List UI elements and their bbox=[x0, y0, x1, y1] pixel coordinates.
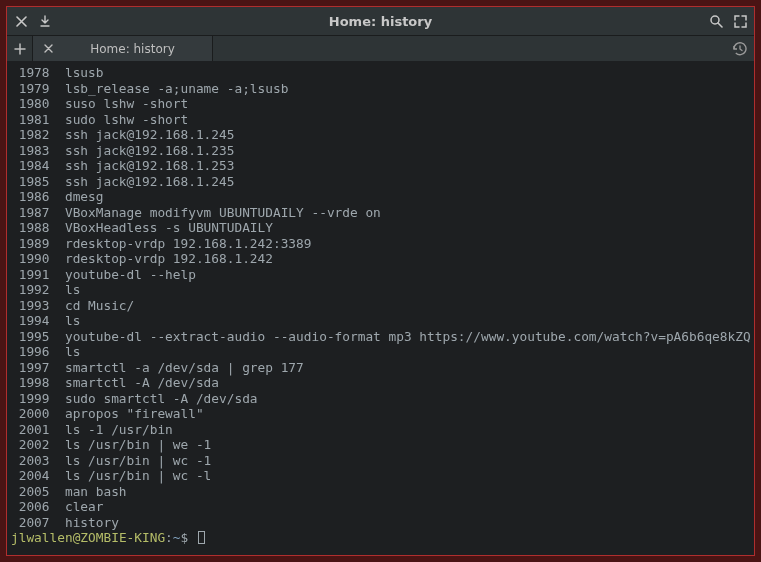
history-line: 2004 ls /usr/bin | wc -l bbox=[11, 468, 748, 484]
history-line: 1988 VBoxHeadless -s UBUNTUDAILY bbox=[11, 220, 748, 236]
terminal-viewport[interactable]: 1978 lsusb 1979 lsb_release -a;uname -a;… bbox=[7, 61, 754, 555]
history-line: 1982 ssh jack@192.168.1.245 bbox=[11, 127, 748, 143]
prompt-line[interactable]: jlwallen@ZOMBIE-KING:~$ bbox=[11, 530, 748, 546]
history-line: 1989 rdesktop-vrdp 192.168.1.242:3389 bbox=[11, 236, 748, 252]
history-line: 1985 ssh jack@192.168.1.245 bbox=[11, 174, 748, 190]
history-line: 1996 ls bbox=[11, 344, 748, 360]
history-line: 1995 youtube-dl --extract-audio --audio-… bbox=[11, 329, 748, 345]
search-icon[interactable] bbox=[708, 13, 724, 29]
history-line: 1992 ls bbox=[11, 282, 748, 298]
history-line: 1998 smartctl -A /dev/sda bbox=[11, 375, 748, 391]
history-line: 1981 sudo lshw -short bbox=[11, 112, 748, 128]
history-line: 2001 ls -1 /usr/bin bbox=[11, 422, 748, 438]
history-line: 2002 ls /usr/bin | we -1 bbox=[11, 437, 748, 453]
titlebar: Home: history bbox=[7, 7, 754, 35]
history-line: 1980 suso lshw -short bbox=[11, 96, 748, 112]
new-tab-button[interactable] bbox=[7, 36, 33, 61]
cursor-block bbox=[198, 531, 205, 544]
history-line: 1994 ls bbox=[11, 313, 748, 329]
history-line: 1986 dmesg bbox=[11, 189, 748, 205]
history-line: 1991 youtube-dl --help bbox=[11, 267, 748, 283]
history-line: 1979 lsb_release -a;uname -a;lsusb bbox=[11, 81, 748, 97]
history-line: 2003 ls /usr/bin | wc -1 bbox=[11, 453, 748, 469]
history-line: 2006 clear bbox=[11, 499, 748, 515]
close-tab-icon[interactable] bbox=[41, 42, 55, 56]
history-line: 1984 ssh jack@192.168.1.253 bbox=[11, 158, 748, 174]
history-line: 1983 ssh jack@192.168.1.235 bbox=[11, 143, 748, 159]
history-line: 1990 rdesktop-vrdp 192.168.1.242 bbox=[11, 251, 748, 267]
history-line: 2005 man bash bbox=[11, 484, 748, 500]
tab-history-icon[interactable] bbox=[724, 36, 754, 61]
fullscreen-icon[interactable] bbox=[732, 13, 748, 29]
history-line: 1993 cd Music/ bbox=[11, 298, 748, 314]
history-line: 1978 lsusb bbox=[11, 65, 748, 81]
terminal-window: Home: history Home: history 1978 lsusb 1… bbox=[6, 6, 755, 556]
close-window-icon[interactable] bbox=[13, 13, 29, 29]
history-line: 1999 sudo smartctl -A /dev/sda bbox=[11, 391, 748, 407]
history-line: 2000 apropos "firewall" bbox=[11, 406, 748, 422]
minimize-window-icon[interactable] bbox=[37, 13, 53, 29]
history-line: 1987 VBoxManage modifyvm UBUNTUDAILY --v… bbox=[11, 205, 748, 221]
terminal-output[interactable]: 1978 lsusb 1979 lsb_release -a;uname -a;… bbox=[11, 65, 748, 546]
tab-active[interactable]: Home: history bbox=[33, 36, 213, 61]
tab-bar: Home: history bbox=[7, 35, 754, 61]
tab-label: Home: history bbox=[61, 42, 204, 56]
history-line: 2007 history bbox=[11, 515, 748, 531]
window-title: Home: history bbox=[329, 14, 432, 29]
history-line: 1997 smartctl -a /dev/sda | grep 177 bbox=[11, 360, 748, 376]
